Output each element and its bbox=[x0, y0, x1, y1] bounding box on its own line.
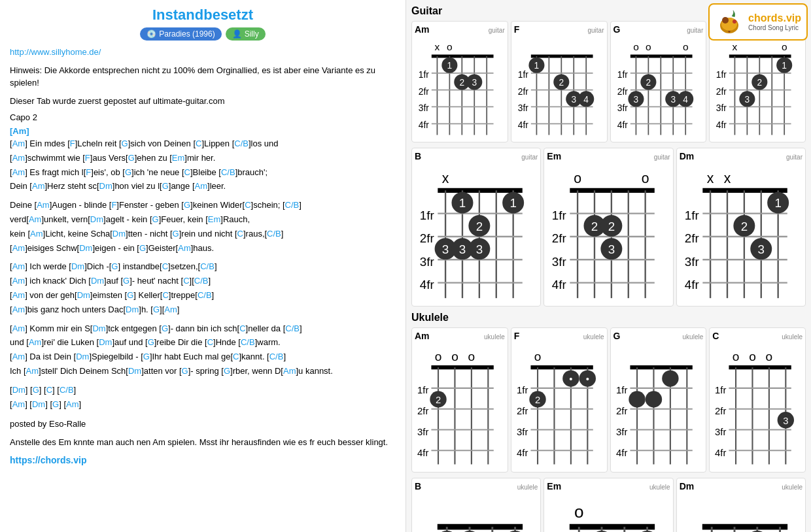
svg-point-213 bbox=[629, 391, 645, 407]
note-text: Anstelle des Em knnte man auch nen Am sp… bbox=[10, 436, 396, 449]
lyrics-line-11: [Am] von der geh[Dm]eimsten [G] Keller[C… bbox=[10, 289, 396, 303]
ukulele-section: Ukulele Am ukulele bbox=[411, 312, 806, 532]
page-title: Instandbesetzt bbox=[10, 7, 396, 24]
site-url[interactable]: http://www.sillyhome.de/ bbox=[10, 46, 396, 59]
svg-text:•: • bbox=[569, 374, 572, 384]
chord-b-guitar: B guitar x bbox=[411, 148, 541, 307]
lyrics-line-18: [Am] [Dm] [G] [Am] bbox=[10, 398, 396, 412]
svg-point-3 bbox=[733, 20, 736, 24]
lyrics-line-1: [Am] Ein mdes [F]Lcheln reit [G]sich von… bbox=[10, 137, 396, 151]
svg-text:3fr: 3fr bbox=[616, 427, 627, 437]
svg-text:4fr: 4fr bbox=[685, 278, 699, 291]
artist-badge[interactable]: 👤 Silly bbox=[226, 27, 266, 41]
logo-icon bbox=[715, 7, 744, 37]
svg-text:2fr: 2fr bbox=[716, 87, 727, 97]
lyrics-line-7: kein [Am]Licht, keine Scha[Dm]tten - nic… bbox=[10, 227, 396, 241]
svg-text:4fr: 4fr bbox=[715, 448, 726, 458]
ukulele-title: Ukulele bbox=[411, 312, 806, 324]
em-ukulele-svg: o 1fr 2fr 3fr 4fr bbox=[547, 493, 670, 532]
artist-label: Silly bbox=[245, 29, 259, 39]
chord-c[interactable]: C bbox=[196, 139, 201, 148]
svg-text:4fr: 4fr bbox=[417, 448, 428, 458]
svg-text:2fr: 2fr bbox=[420, 231, 434, 245]
svg-text:3fr: 3fr bbox=[552, 255, 566, 269]
lyrics-line-8: [Am]eisiges Schw[Dm]eigen - ein [G]Geist… bbox=[10, 242, 396, 256]
svg-text:2fr: 2fr bbox=[617, 87, 627, 97]
chord-am-ukulele: Am ukulele o o bbox=[411, 327, 508, 473]
dm-guitar-svg: x x 1 2 3 1fr 2fr 3fr 4fr bbox=[680, 163, 802, 301]
chord-am[interactable]: Am bbox=[12, 139, 26, 148]
svg-text:2: 2 bbox=[436, 395, 441, 405]
lyrics-line-13: [Am] Komm mir ein S[Dm]tck entgegen [G]-… bbox=[10, 322, 396, 336]
lyrics-line-5: Deine [Am]Augen - blinde [F]Fenster - ge… bbox=[10, 199, 396, 212]
lyrics-line-15: [Am] Da ist Dein [Dm]Spiegelbild - [G]Ih… bbox=[10, 350, 396, 364]
svg-text:3: 3 bbox=[670, 95, 676, 105]
svg-text:3fr: 3fr bbox=[716, 103, 727, 113]
svg-text:1fr: 1fr bbox=[517, 385, 528, 395]
svg-text:3fr: 3fr bbox=[517, 427, 528, 437]
svg-text:3: 3 bbox=[783, 416, 788, 426]
b-ukulele-svg: 1fr 2fr 3fr 4fr bbox=[415, 493, 538, 532]
svg-text:o: o bbox=[633, 41, 639, 52]
footer-url-left[interactable]: https://chords.vip bbox=[10, 455, 396, 465]
svg-text:3fr: 3fr bbox=[419, 103, 429, 113]
svg-text:x: x bbox=[733, 41, 738, 52]
svg-text:2: 2 bbox=[646, 78, 651, 88]
lyrics-line-17: [Dm] [G] [C] [C/B] bbox=[10, 384, 396, 397]
svg-text:3: 3 bbox=[757, 242, 764, 256]
svg-text:1: 1 bbox=[447, 61, 453, 71]
svg-text:1: 1 bbox=[459, 196, 466, 210]
svg-text:2: 2 bbox=[740, 220, 747, 233]
svg-text:o: o bbox=[574, 171, 582, 186]
chord-g[interactable]: G bbox=[122, 139, 128, 148]
svg-text:1fr: 1fr bbox=[685, 208, 699, 222]
c-guitar-svg: x o 1 2 3 1fr 2fr 3fr 4fr bbox=[712, 36, 802, 137]
svg-text:1: 1 bbox=[774, 196, 781, 210]
album-badge[interactable]: 💿 Paradies (1996) bbox=[140, 27, 221, 41]
svg-text:4fr: 4fr bbox=[517, 120, 528, 130]
svg-text:o: o bbox=[534, 349, 541, 363]
svg-text:4fr: 4fr bbox=[517, 448, 528, 458]
svg-text:o: o bbox=[435, 349, 442, 363]
person-icon: 👤 bbox=[232, 29, 242, 39]
lyrics-line-16: Ich [Am]stell' Dich Deinem Sch[Dm]atten … bbox=[10, 365, 396, 378]
svg-text:4fr: 4fr bbox=[716, 120, 727, 130]
hint-text: Hinweis: Die Akkorde entsprechen nicht z… bbox=[10, 64, 396, 90]
dm-ukulele-svg: 1fr 2fr 3fr 4fr bbox=[680, 493, 802, 532]
svg-text:2fr: 2fr bbox=[517, 406, 528, 416]
chord-f-guitar: F guitar bbox=[511, 21, 608, 142]
svg-text:o: o bbox=[766, 349, 773, 363]
am-guitar-svg: x o 1 2 3 1fr 2fr 3fr bbox=[415, 36, 505, 137]
svg-text:1fr: 1fr bbox=[617, 70, 627, 80]
f-ukulele-svg: o • • 2 1fr 2fr 3fr 4fr bbox=[514, 342, 604, 467]
disc-icon: 💿 bbox=[147, 29, 156, 39]
f-guitar-svg: 1 2 3 4 1fr 2fr 3fr 4fr bbox=[514, 36, 604, 137]
chord-g-ukulele: G ukulele bbox=[610, 327, 707, 473]
g-ukulele-svg: 1fr 2fr 3fr 4fr bbox=[613, 342, 704, 467]
lyrics-line-3: [Am] Es fragt mich l[F]eis', ob [G]ich '… bbox=[10, 166, 396, 180]
chord-f-ukulele: F ukulele o bbox=[511, 327, 608, 473]
svg-text:x: x bbox=[442, 171, 449, 186]
svg-point-2 bbox=[722, 17, 729, 24]
svg-text:2: 2 bbox=[559, 78, 564, 88]
svg-text:3fr: 3fr bbox=[417, 427, 428, 437]
svg-text:3: 3 bbox=[608, 242, 615, 256]
chord-f[interactable]: F bbox=[70, 139, 75, 148]
svg-text:2: 2 bbox=[459, 78, 464, 88]
svg-text:2fr: 2fr bbox=[419, 87, 429, 97]
chord-b-ukulele: B ukulele bbox=[411, 478, 541, 532]
svg-text:x: x bbox=[435, 41, 440, 52]
svg-text:2fr: 2fr bbox=[417, 406, 428, 416]
chord-em-ukulele: Em ukulele o bbox=[544, 478, 673, 532]
svg-text:1fr: 1fr bbox=[417, 385, 428, 395]
svg-text:3: 3 bbox=[459, 242, 466, 256]
chord-cb[interactable]: C/B bbox=[234, 139, 249, 148]
svg-text:1fr: 1fr bbox=[419, 70, 429, 80]
chord-em-guitar: Em guitar o bbox=[544, 148, 673, 307]
svg-text:1: 1 bbox=[782, 61, 787, 71]
svg-point-215 bbox=[662, 370, 678, 386]
svg-text:1fr: 1fr bbox=[517, 70, 528, 80]
g-guitar-svg: o o o 2 3 4 3 1fr bbox=[613, 36, 704, 137]
lyrics-line-12: [Am]bis ganz hoch unters Dac[Dm]h. [G][A… bbox=[10, 303, 396, 317]
svg-text:o: o bbox=[749, 349, 756, 363]
